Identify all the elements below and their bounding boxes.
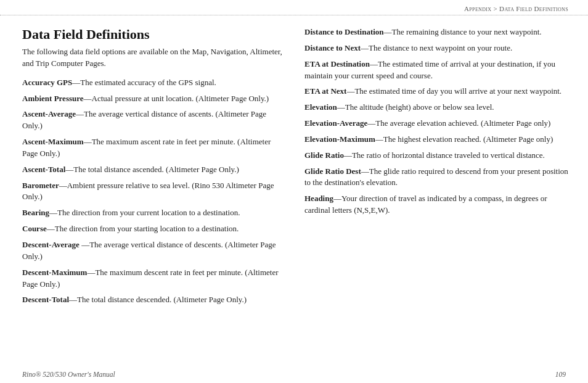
- list-item: Bearing—The direction from your current …: [22, 207, 287, 219]
- definition-text: —Actual pressure at unit location. (Alti…: [84, 94, 269, 103]
- definition-term: Bearing: [22, 208, 49, 217]
- definition-text: —Your direction of travel as indicated b…: [304, 194, 547, 215]
- main-content: Data Field Definitions The following dat…: [0, 15, 588, 359]
- definition-text: —The ratio of horizontal distance travel…: [344, 150, 545, 160]
- page-footer: Rino® 520/530 Owner's Manual 109: [0, 371, 588, 378]
- list-item: Distance to Next—The distance to next wa…: [304, 43, 568, 54]
- definition-text: —The distance to next waypoint on your r…: [361, 43, 512, 52]
- definition-text: —The direction from your starting locati…: [47, 224, 239, 233]
- page-title: Data Field Definitions: [22, 27, 287, 43]
- definition-term: Elevation-Average: [304, 118, 367, 128]
- list-item: Ascent-Average—The average vertical dist…: [22, 109, 287, 132]
- definition-text: —Ambient pressure relative to sea level.…: [22, 181, 274, 202]
- definition-text: —The estimated time of day you will arri…: [346, 86, 561, 96]
- list-item: ETA at Destination—The estimated time of…: [304, 59, 568, 82]
- definition-text: —The highest elevation reached. (Altimet…: [375, 134, 553, 144]
- definition-term: ETA at Next: [304, 86, 346, 96]
- list-item: Elevation-Average—The average elevation …: [304, 118, 568, 130]
- definition-term: Descent-Total: [22, 295, 69, 304]
- list-item: Elevation-Maximum—The highest elevation …: [304, 134, 568, 146]
- definition-text: —The total distance ascended. (Altimeter…: [65, 165, 239, 174]
- definition-term: Distance to Destination: [304, 27, 384, 36]
- list-item: Glide Ratio Dest—The glide ratio require…: [304, 166, 568, 189]
- definition-term: Glide Ratio Dest: [304, 167, 361, 176]
- definition-term: Elevation: [304, 102, 337, 112]
- definition-text: —The direction from your current locatio…: [49, 208, 240, 217]
- left-column: Data Field Definitions The following dat…: [22, 27, 287, 350]
- list-item: ETA at Next—The estimated time of day yo…: [304, 86, 568, 97]
- list-item: Heading—Your direction of travel as indi…: [304, 193, 568, 216]
- definition-term: Barometer: [22, 181, 59, 190]
- definition-text: —The average elevation achieved. (Altime…: [367, 118, 550, 128]
- definition-term: Ambient Pressure: [22, 94, 84, 103]
- list-item: Ascent-Maximum—The maximum ascent rate i…: [22, 136, 287, 160]
- list-item: Ascent-Total—The total distance ascended…: [22, 164, 287, 176]
- right-column: Distance to Destination—The remaining di…: [304, 27, 568, 350]
- breadcrumb: Appendix > Data Field Definitions: [464, 5, 568, 12]
- list-item: Distance to Destination—The remaining di…: [304, 27, 568, 38]
- definition-text: —The remaining distance to your next way…: [384, 27, 542, 36]
- definition-term: Course: [22, 224, 47, 233]
- definition-term: Ascent-Maximum: [22, 137, 84, 146]
- list-item: Accuracy GPS—The estimated accuracy of t…: [22, 77, 287, 89]
- definition-term: ETA at Destination: [304, 59, 370, 68]
- page-intro: The following data field options are ava…: [22, 46, 287, 70]
- list-item: Barometer—Ambient pressure relative to s…: [22, 180, 287, 204]
- footer-page-number: 109: [555, 371, 566, 378]
- page-header: Appendix > Data Field Definitions: [0, 0, 588, 15]
- list-item: Descent-Total—The total distance descend…: [22, 294, 287, 306]
- list-item: Descent-Average —The average vertical di…: [22, 239, 287, 263]
- list-item: Descent-Maximum—The maximum descent rate…: [22, 267, 287, 290]
- list-item: Elevation—The altitude (height) above or…: [304, 102, 568, 113]
- definition-term: Glide Ratio: [304, 150, 344, 160]
- definition-text: —The total distance descended. (Altimete…: [69, 295, 247, 304]
- definition-term: Ascent-Total: [22, 165, 65, 174]
- right-definitions: Distance to Destination—The remaining di…: [304, 27, 568, 216]
- definition-term: Descent-Maximum: [22, 268, 87, 277]
- definition-term: Accuracy GPS: [22, 78, 72, 87]
- definition-term: Ascent-Average: [22, 109, 76, 118]
- definition-term: Heading: [304, 194, 333, 203]
- definition-term: Distance to Next: [304, 43, 361, 52]
- definition-text: —The estimated accuracy of the GPS signa…: [72, 78, 216, 87]
- list-item: Course—The direction from your starting …: [22, 223, 287, 235]
- page-container: Appendix > Data Field Definitions Data F…: [0, 0, 588, 383]
- definition-text: —The altitude (height) above or below se…: [337, 102, 494, 112]
- definition-term: Elevation-Maximum: [304, 134, 375, 144]
- left-definitions: Accuracy GPS—The estimated accuracy of t…: [22, 77, 287, 307]
- list-item: Glide Ratio—The ratio of horizontal dist…: [304, 150, 568, 162]
- definition-term: Descent-Average: [22, 240, 80, 249]
- list-item: Ambient Pressure—Actual pressure at unit…: [22, 93, 287, 105]
- footer-title: Rino® 520/530 Owner's Manual: [22, 371, 115, 378]
